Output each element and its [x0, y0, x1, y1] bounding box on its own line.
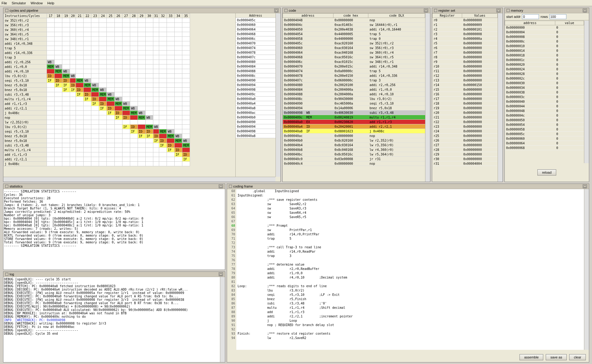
- pipeline-stage: MEM: [167, 134, 174, 139]
- code-row[interactable]: 0x000040840x2004000aaddi r1,r0,0: [283, 87, 425, 92]
- pipeline-instr: addi r2,r2,1: [4, 106, 47, 111]
- code-row[interactable]: 0x000040640xac040168sw 360(r0),r4: [283, 50, 425, 55]
- code-row[interactable]: 0x000040480x00000000nop: [283, 18, 425, 23]
- scrollbar-v[interactable]: [275, 13, 280, 177]
- saveas-button[interactable]: save as: [546, 354, 567, 360]
- scrollbar-h[interactable]: [3, 177, 275, 182]
- maximize-icon[interactable]: [274, 9, 279, 12]
- code-row[interactable]: 0x000040780x200e0150addi r14,r0,336: [283, 73, 425, 78]
- menu-window[interactable]: Window: [31, 1, 43, 5]
- mem-start-input[interactable]: [522, 14, 539, 19]
- log-line: DEBUG [openDLX]: ---- cycle 35 start: [4, 278, 219, 281]
- pipeline-stage: WB: [107, 92, 114, 97]
- memory-row: 0x0000001c0: [505, 58, 584, 62]
- mem-rows-input[interactable]: [549, 14, 566, 19]
- code-row[interactable]: 0x0000404c0xac01403csw 16444(r0),r1: [283, 23, 425, 27]
- code-row[interactable]: 0x0000409c MEM0x00240819multu r1,r1,r4: [283, 115, 425, 120]
- scrollbar-v[interactable]: [584, 21, 589, 163]
- register-row: r190x00000000: [433, 106, 498, 110]
- code-row[interactable]: 0x000040680xac05016csw 364(r0),r5: [283, 55, 425, 60]
- menu-help[interactable]: Help: [47, 1, 54, 5]
- menu-file[interactable]: File: [2, 1, 7, 5]
- pipeline-stage: ID: [145, 129, 153, 134]
- pipeline-stage: ID: [47, 74, 55, 78]
- scrollbar-v[interactable]: [498, 13, 503, 182]
- code-row[interactable]: 0x000040b40x8c030164lw r3,356(r0): [283, 143, 425, 147]
- clear-button[interactable]: clear: [569, 354, 586, 360]
- code-row[interactable]: 0x000040c40x00000000nop: [283, 161, 425, 166]
- maximize-icon[interactable]: [583, 184, 587, 188]
- maximize-icon[interactable]: [219, 184, 223, 188]
- log-line: DEBUG [openDLX]: -----------------------: [4, 329, 219, 332]
- memory-row: 0x000000680: [505, 146, 584, 150]
- code-row[interactable]: 0x0000408c0x90430000lbu r3,0(r2): [283, 97, 425, 101]
- scrollbar-v[interactable]: [584, 189, 589, 350]
- pipeline-address: 0x000040ac: [236, 110, 275, 115]
- pipeline-stage: EX: [47, 69, 55, 74]
- code-row[interactable]: 0x000040a0 EX0x00230820add r1,r1,r3: [283, 120, 425, 124]
- maximize-icon[interactable]: [424, 9, 428, 12]
- code-row[interactable]: 0x000040800x20020100addi r2,r0,256: [283, 83, 425, 87]
- memory-row: 0x000000340: [505, 85, 584, 90]
- register-row: r250x00000000: [433, 134, 498, 138]
- maximize-icon[interactable]: [583, 9, 587, 12]
- code-row[interactable]: 0x000040b00x8c020160lw r2,352(r0): [283, 138, 425, 143]
- code-row[interactable]: 0x000040bc0x8c05016clw r5,364(r0): [283, 152, 425, 157]
- register-row: r90x00000000: [433, 60, 498, 64]
- code-row[interactable]: 0x00004098 WB0x40630030subi r3,r3,48: [283, 110, 425, 115]
- log-line: DEBUG [EXECUTE/ALU]: 90(0x0000005a) + 8(…: [4, 305, 219, 308]
- code-row[interactable]: 0x000040740x0a00000ctrap 5: [283, 69, 425, 73]
- coding-text[interactable]: .global InputUnsigned InputUnsigned: ;**…: [236, 189, 584, 350]
- pipeline-stage: WB: [138, 111, 145, 115]
- memory-row: 0x000000100: [505, 44, 584, 48]
- code-row[interactable]: 0x000040940x14a00006bnez r5,0x18: [283, 106, 425, 110]
- code-row[interactable]: 0x0000406c0xac01015csw 348(r0),r1: [283, 60, 425, 64]
- code-row[interactable]: 0x000040a4 ID0x20420001addi r2,r2,1: [283, 124, 425, 129]
- mem-rows-label: rows: [540, 15, 548, 19]
- pipeline-stage: WB: [122, 101, 130, 106]
- menu-simulator[interactable]: Simulator: [12, 1, 26, 5]
- code-row[interactable]: 0x000040900xc465000aseqi r5,r3,10: [283, 101, 425, 106]
- code-row[interactable]: 0x000040500x200e4038addi r14,r0,16440: [283, 27, 425, 32]
- pipeline-address: 0x00004090: [236, 78, 275, 83]
- scrollbar-v[interactable]: [220, 277, 225, 362]
- register-row: r150x00000000: [433, 87, 498, 92]
- code-row[interactable]: 0x000040c00x03e00008jr r31: [283, 157, 425, 161]
- pipeline-address: 0x00004080: [236, 60, 275, 64]
- register-row: r50x00000000: [433, 41, 498, 46]
- code-row[interactable]: 0x000040540x44000005trap 5: [283, 32, 425, 36]
- pipeline-stage: MEM: [91, 88, 99, 92]
- assemble-button[interactable]: assemble: [520, 354, 543, 360]
- memory-row: 0x000000640: [505, 141, 584, 146]
- pipeline-instr: bnez r5,0x18: [4, 88, 47, 92]
- code-row[interactable]: 0x000040580x44000000trap 0: [283, 36, 425, 41]
- code-row[interactable]: 0x000040a8 IF0x08001023j 0x408c: [283, 129, 425, 134]
- code-row[interactable]: 0x000040ac0x00000000nop: [283, 134, 425, 138]
- maximize-icon[interactable]: [496, 9, 501, 12]
- pipeline-stage: WB: [175, 134, 182, 139]
- code-row[interactable]: 0x000040b80x8c040168lw r4,360(r0): [283, 147, 425, 152]
- pipeline-stage: WB: [91, 83, 99, 88]
- pipeline-address: 0x0000407c: [236, 55, 275, 60]
- code-row[interactable]: 0x0000407c0x0600000ctrap 3: [283, 78, 425, 83]
- code-row[interactable]: 0x000040880x2004000aaddi r4,r0,10: [283, 92, 425, 97]
- code-row[interactable]: 0x0000405c0xac020160sw 352(r0),r2: [283, 41, 425, 46]
- register-row: r280x00000000: [433, 147, 498, 152]
- register-row: r290x00000000: [433, 152, 498, 157]
- memory-row: 0x000000600: [505, 136, 584, 141]
- pipeline-stage: WB: [62, 69, 70, 74]
- pipeline-address: 0x00004070: [236, 41, 275, 46]
- memory-row: 0x000000580: [505, 127, 584, 132]
- code-row[interactable]: 0x000040700x200e015caddi r14,r0,348: [283, 64, 425, 69]
- register-row: r160x00000000: [433, 92, 498, 97]
- code-row[interactable]: 0x000040600xac030164sw 356(r0),r3: [283, 46, 425, 50]
- memory-row: 0x000000440: [505, 104, 584, 109]
- scrollbar-v[interactable]: [425, 13, 430, 182]
- pipeline-instr: trap 5: [4, 46, 47, 51]
- register-row: r120x00000000: [433, 73, 498, 78]
- reload-button[interactable]: reload: [537, 169, 556, 176]
- pipeline-stage: EX: [122, 111, 130, 115]
- maximize-icon[interactable]: [219, 272, 223, 276]
- log-line: DEBUG [WRITEBACK]: writing: 0x00000008 t…: [4, 322, 219, 325]
- panel-code: code addresscode hexcode DLX0x000040480x…: [282, 8, 430, 182]
